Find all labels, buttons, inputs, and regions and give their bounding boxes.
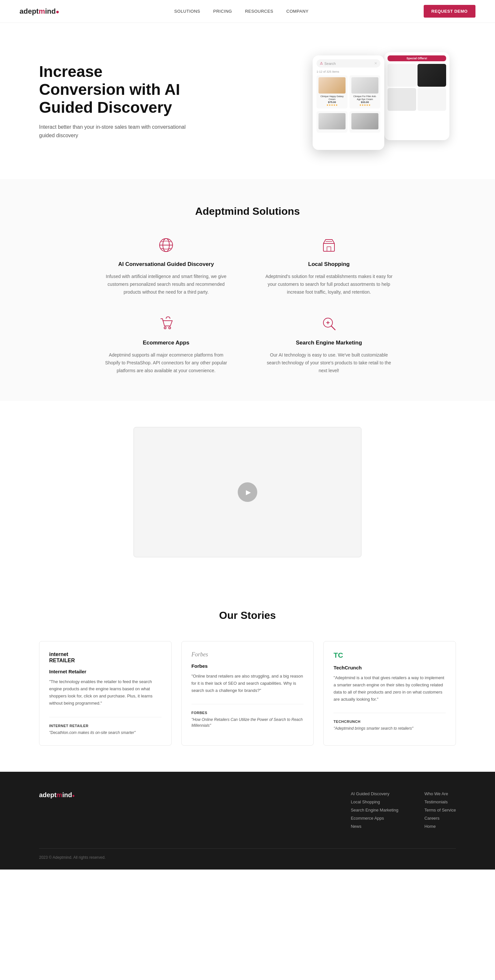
ecommerce-icon	[101, 315, 231, 333]
footer-col-products: AI Guided Discovery Local Shopping Searc…	[351, 791, 398, 832]
ai-discovery-icon	[101, 237, 231, 255]
story-techcrunch: TC TechCrunch "Adeptmind is a tool that …	[324, 641, 456, 746]
internet-retailer-quote: "The technology enables the retailer to …	[49, 678, 162, 707]
footer-logo: adeptmind●	[39, 791, 75, 799]
footer-link-search-engine-marketing[interactable]: Search Engine Marketing	[351, 808, 398, 813]
solution-local-shopping: Local Shopping Adeptmind's solution for …	[264, 237, 394, 296]
local-shopping-name: Local Shopping	[264, 261, 394, 267]
phone-mockup-main: ⚠ Search ✕ 1-12 of 325 items Clinique Ha…	[313, 56, 384, 150]
forbes-logo: Forbes	[192, 651, 304, 658]
stories-title: Our Stories	[39, 609, 456, 622]
ai-discovery-desc: Infused with artificial intelligence and…	[101, 273, 231, 296]
story-internet-retailer: internetRETAILER Internet Retailer "The …	[39, 641, 171, 746]
stories-grid: internetRETAILER Internet Retailer "The …	[39, 641, 456, 746]
nav-solutions[interactable]: SOLUTIONS	[174, 9, 200, 14]
nav-logo: adeptmind●	[19, 7, 59, 16]
internet-retailer-logo: internetRETAILER	[49, 651, 162, 663]
search-marketing-name: Search Engine Marketing	[264, 340, 394, 346]
footer-link-terms-of-service[interactable]: Terms of Service	[424, 808, 456, 813]
nav-resources[interactable]: RESOURCES	[245, 9, 273, 14]
footer-link-who-we-are[interactable]: Who We Are	[424, 791, 456, 796]
techcrunch-source-label: TECHCRUNCH	[333, 720, 446, 724]
solution-ai-discovery: AI Conversational Guided Discovery Infus…	[101, 237, 231, 296]
stories-section: Our Stories internetRETAILER Internet Re…	[0, 583, 495, 772]
nav-links: SOLUTIONS PRICING RESOURCES COMPANY	[174, 9, 308, 14]
local-shopping-icon	[264, 237, 394, 255]
hero-subtitle: Interact better than your in-store sales…	[39, 123, 189, 140]
solution-search-marketing: Search Engine Marketing Our AI technolog…	[264, 315, 394, 374]
search-marketing-icon	[264, 315, 394, 333]
search-marketing-desc: Our AI technology is easy to use. We've …	[264, 351, 394, 374]
svg-point-7	[169, 327, 171, 329]
techcrunch-source: TechCrunch	[333, 665, 446, 670]
footer-top: adeptmind● AI Guided Discovery Local Sho…	[39, 791, 456, 832]
hero-title: Increase Conversion with AI Guided Disco…	[39, 62, 189, 117]
hero-section: Increase Conversion with AI Guided Disco…	[0, 23, 495, 179]
video-section: ▶	[0, 401, 495, 583]
svg-point-6	[164, 327, 166, 329]
internet-retailer-link-text: "Decathlon.com makes its on-site search …	[49, 730, 162, 735]
ecommerce-name: Ecommerce Apps	[101, 340, 231, 346]
footer-link-testimonials[interactable]: Testimonials	[424, 799, 456, 804]
footer-copyright: 2023 © Adeptmind. All rights reserved.	[39, 855, 106, 860]
internet-retailer-source: Internet Retailer	[49, 669, 162, 674]
navbar: adeptmind● SOLUTIONS PRICING RESOURCES C…	[0, 0, 495, 23]
play-button-icon[interactable]: ▶	[238, 482, 257, 502]
nav-company[interactable]: COMPANY	[286, 9, 308, 14]
solutions-section: Adeptmind Solutions AI Conversational Gu…	[0, 179, 495, 401]
forbes-link-text: "How Online Retailers Can Utilize the Po…	[192, 717, 304, 729]
solution-ecommerce: Ecommerce Apps Adeptmind supports all ma…	[101, 315, 231, 374]
forbes-quote: "Online brand retailers are also struggl…	[192, 673, 304, 694]
forbes-source: Forbes	[192, 663, 304, 669]
ai-discovery-name: AI Conversational Guided Discovery	[101, 261, 231, 267]
request-demo-button[interactable]: REQUEST DEMO	[424, 5, 476, 18]
techcrunch-quote: "Adeptmind is a tool that gives retailer…	[333, 674, 446, 703]
footer-link-news[interactable]: News	[351, 824, 398, 829]
video-container[interactable]: ▶	[133, 427, 362, 557]
footer-columns: AI Guided Discovery Local Shopping Searc…	[351, 791, 456, 832]
hero-text: Increase Conversion with AI Guided Disco…	[39, 62, 189, 140]
hero-image: ⚠ Search ✕ 1-12 of 325 items Clinique Ha…	[293, 49, 456, 153]
nav-pricing[interactable]: PRICING	[213, 9, 232, 14]
svg-rect-3	[324, 243, 335, 251]
techcrunch-link-text: "Adeptmind brings smarter search to reta…	[333, 725, 446, 731]
footer: adeptmind● AI Guided Discovery Local Sho…	[0, 772, 495, 870]
techcrunch-logo: TC	[333, 651, 446, 660]
footer-link-home[interactable]: Home	[424, 824, 456, 829]
footer-link-ecommerce-apps[interactable]: Ecommerce Apps	[351, 816, 398, 821]
ecommerce-desc: Adeptmind supports all major ecommerce p…	[101, 351, 231, 374]
solutions-grid: AI Conversational Guided Discovery Infus…	[101, 237, 394, 375]
solutions-title: Adeptmind Solutions	[39, 205, 456, 217]
local-shopping-desc: Adeptmind's solution for retail establis…	[264, 273, 394, 296]
svg-line-9	[331, 326, 335, 330]
forbes-source-label: FORBES	[192, 711, 304, 715]
footer-link-careers[interactable]: Careers	[424, 816, 456, 821]
footer-link-local-shopping[interactable]: Local Shopping	[351, 799, 398, 804]
footer-col-company: Who We Are Testimonials Terms of Service…	[424, 791, 456, 832]
footer-link-ai-guided-discovery[interactable]: AI Guided Discovery	[351, 791, 398, 796]
internet-retailer-source-label: INTERNET RETAILER	[49, 724, 162, 728]
footer-bottom: 2023 © Adeptmind. All rights reserved.	[39, 848, 456, 860]
phone-mockup-side: Special Offers!	[384, 52, 449, 140]
story-forbes: Forbes Forbes "Online brand retailers ar…	[181, 641, 314, 746]
svg-rect-5	[327, 247, 331, 251]
